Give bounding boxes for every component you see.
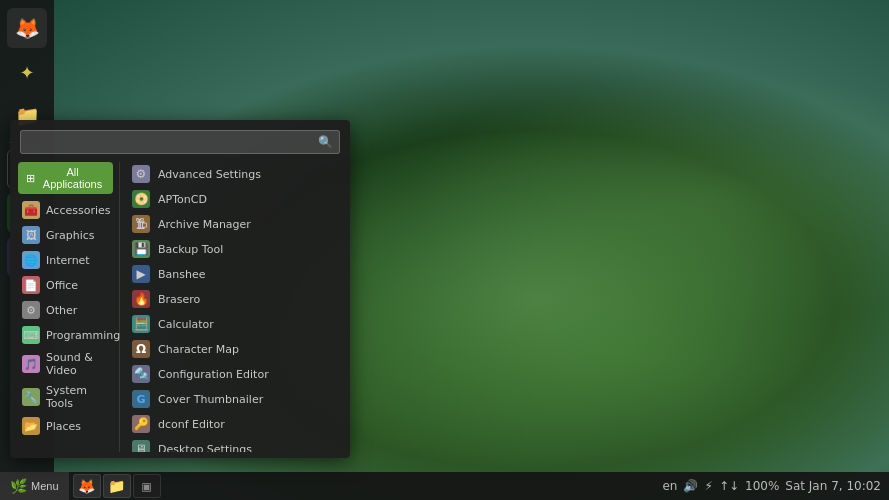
star-icon[interactable]: ✦ [7,52,47,92]
banshee-icon: ▶ [132,265,150,283]
sound-label: Sound & Video [46,351,115,377]
desktop-settings-label: Desktop Settings [158,443,252,453]
cover-thumbnailer-label: Cover Thumbnailer [158,393,263,406]
files-taskbar-button[interactable]: 📁 [103,474,131,498]
programming-icon: ⌨ [22,326,40,344]
firefox-icon[interactable]: 🦊 [7,8,47,48]
app-cover-thumbnailer[interactable]: G Cover Thumbnailer [128,387,344,411]
app-brasero[interactable]: 🔥 Brasero [128,287,344,311]
internet-icon: 🌐 [22,251,40,269]
start-menu-button[interactable]: 🌿 Menu [0,472,69,500]
apps-list: ⚙ Advanced Settings 📀 APTonCD 🗜 Archive … [120,162,350,452]
advanced-settings-icon: ⚙ [132,165,150,183]
app-menu: 🔍 ⊞ All Applications 🧰 Accessories 🖼 Gra… [10,120,350,458]
datetime-display: Sat Jan 7, 10:02 [785,479,881,493]
category-graphics[interactable]: 🖼 Graphics [18,223,119,247]
taskbar: 🌿 Menu 🦊 📁 ▣ en 🔊 ⚡ ↑↓ 100% Sat Jan 7, 1… [0,472,889,500]
banshee-label: Banshee [158,268,206,281]
search-input[interactable] [20,130,340,154]
category-other[interactable]: ⚙ Other [18,298,119,322]
advanced-settings-label: Advanced Settings [158,168,261,181]
calculator-label: Calculator [158,318,214,331]
category-programming[interactable]: ⌨ Programming [18,323,119,347]
app-calculator[interactable]: 🧮 Calculator [128,312,344,336]
category-accessories[interactable]: 🧰 Accessories [18,198,119,222]
sound-icon: 🎵 [22,355,40,373]
category-system-tools[interactable]: 🔧 System Tools [18,381,119,413]
volume-icon[interactable]: 🔊 [683,479,698,493]
menu-columns: ⊞ All Applications 🧰 Accessories 🖼 Graph… [10,162,350,452]
calculator-icon: 🧮 [132,315,150,333]
archive-manager-icon: 🗜 [132,215,150,233]
graphics-label: Graphics [46,229,95,242]
category-internet[interactable]: 🌐 Internet [18,248,119,272]
other-label: Other [46,304,77,317]
categories-panel: ⊞ All Applications 🧰 Accessories 🖼 Graph… [10,162,120,452]
taskbar-right: en 🔊 ⚡ ↑↓ 100% Sat Jan 7, 10:02 [662,479,889,493]
all-apps-icon: ⊞ [26,172,35,185]
programming-label: Programming [46,329,120,342]
config-editor-label: Configuration Editor [158,368,269,381]
cover-thumbnailer-icon: G [132,390,150,408]
category-office[interactable]: 📄 Office [18,273,119,297]
brasero-label: Brasero [158,293,200,306]
bluetooth-icon[interactable]: ⚡ [704,479,712,493]
office-icon: 📄 [22,276,40,294]
internet-label: Internet [46,254,90,267]
app-configuration-editor[interactable]: 🔩 Configuration Editor [128,362,344,386]
accessories-icon: 🧰 [22,201,40,219]
app-banshee[interactable]: ▶ Banshee [128,262,344,286]
backup-tool-icon: 💾 [132,240,150,258]
menu-icon: 🌿 [10,478,27,494]
brasero-icon: 🔥 [132,290,150,308]
dconf-editor-label: dconf Editor [158,418,225,431]
all-applications-button[interactable]: ⊞ All Applications [18,162,113,194]
firefox-taskbar-button[interactable]: 🦊 [73,474,101,498]
app-archive-manager[interactable]: 🗜 Archive Manager [128,212,344,236]
archive-manager-label: Archive Manager [158,218,251,231]
other-icon: ⚙ [22,301,40,319]
dconf-editor-icon: 🔑 [132,415,150,433]
terminal-taskbar-button[interactable]: ▣ [133,474,161,498]
app-character-map[interactable]: Ω Character Map [128,337,344,361]
places-label: Places [46,420,81,433]
app-dconf-editor[interactable]: 🔑 dconf Editor [128,412,344,436]
app-aptoncd[interactable]: 📀 APTonCD [128,187,344,211]
aptoncd-label: APTonCD [158,193,207,206]
system-icon: 🔧 [22,388,40,406]
app-desktop-settings[interactable]: 🖥 Desktop Settings [128,437,344,452]
category-places[interactable]: 📂 Places [18,414,119,438]
config-editor-icon: 🔩 [132,365,150,383]
character-map-label: Character Map [158,343,239,356]
desktop: 🦊 ✦ 📁 ▣ ⬆ G ⏻ 🔍 ⊞ All Applications 🧰 [0,0,889,500]
character-map-icon: Ω [132,340,150,358]
category-sound-video[interactable]: 🎵 Sound & Video [18,348,119,380]
search-bar: 🔍 [20,130,340,154]
desktop-settings-icon: 🖥 [132,440,150,452]
all-apps-label: All Applications [40,166,105,190]
accessories-label: Accessories [46,204,110,217]
system-label: System Tools [46,384,115,410]
start-label: Menu [31,480,59,492]
backup-tool-label: Backup Tool [158,243,223,256]
battery-indicator: 100% [745,479,779,493]
app-backup-tool[interactable]: 💾 Backup Tool [128,237,344,261]
places-icon: 📂 [22,417,40,435]
app-advanced-settings[interactable]: ⚙ Advanced Settings [128,162,344,186]
language-indicator[interactable]: en [662,479,677,493]
graphics-icon: 🖼 [22,226,40,244]
aptoncd-icon: 📀 [132,190,150,208]
office-label: Office [46,279,78,292]
network-icon[interactable]: ↑↓ [719,479,739,493]
search-icon: 🔍 [318,135,333,149]
taskbar-apps: 🦊 📁 ▣ [73,474,161,498]
